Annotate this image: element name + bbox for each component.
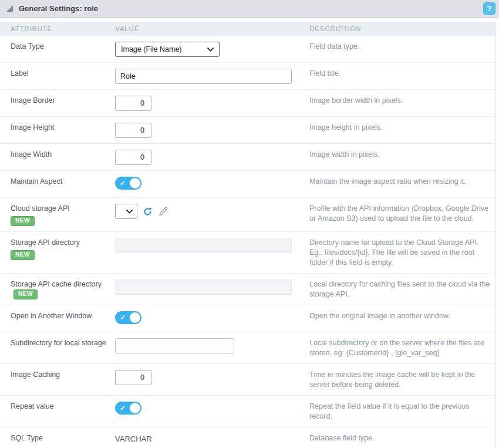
attribute-cell: Cloud storage APINEW [0, 204, 115, 226]
image-border-input[interactable] [115, 96, 151, 111]
row-maintain-aspect: Maintain Aspect ✓ Maintain the image asp… [0, 171, 495, 198]
column-header-row: ATTRIBUTE VALUE DESCRIPTION [0, 22, 495, 36]
attribute-cell: SQL Type [0, 433, 115, 444]
row-open-in-another-window: Open in Another Window ✓ Open the origin… [0, 305, 495, 332]
column-header-attribute: ATTRIBUTE [0, 25, 115, 32]
maintain-aspect-toggle[interactable]: ✓ [115, 177, 141, 190]
attribute-label: Image Caching [11, 370, 60, 379]
row-image-height: Image Height Image height in pixels. [0, 117, 495, 144]
description-cell: Image height in pixels. [309, 123, 495, 138]
attribute-label: Cloud storage API [11, 204, 70, 213]
attribute-cell: Label [0, 69, 115, 84]
attribute-cell: Storage API cache directoryNEW [0, 279, 115, 299]
attribute-cell: Subdirectory for local storage [0, 338, 115, 358]
attribute-cell: Image Width [0, 150, 115, 165]
attribute-label: Image Border [11, 96, 55, 105]
value-cell: ✓ [115, 311, 309, 326]
row-subdirectory-for-local-storage: Subdirectory for local storage Local sub… [0, 332, 495, 364]
column-header-value: VALUE [115, 25, 309, 32]
row-storage-api-directory: Storage API directoryNEW Directory name … [0, 232, 495, 274]
storage-api-cache-directory-input [115, 279, 292, 295]
data-type-select[interactable]: Image (File Name) [115, 42, 220, 57]
attribute-label: Repeat value [11, 402, 54, 410]
attribute-cell: Maintain Aspect [0, 177, 115, 192]
row-cloud-storage-api: Cloud storage APINEW [0, 198, 495, 232]
attribute-cell: Data Type [0, 42, 115, 57]
value-cell [115, 69, 309, 84]
description-cell: Time in minutes the image cache will be … [309, 370, 495, 390]
chevron-down-icon [207, 48, 214, 52]
value-cell [115, 238, 309, 268]
description-cell: Repeat the field value if it is equal to… [309, 402, 495, 422]
attribute-label: Open in Another Window [11, 312, 92, 320]
check-icon: ✓ [120, 404, 126, 412]
description-cell: Directory name for upload to the Cloud S… [309, 238, 495, 268]
check-icon: ✓ [120, 314, 126, 322]
check-icon: ✓ [120, 179, 126, 187]
label-input[interactable] [115, 69, 292, 84]
row-image-border: Image Border Image border width in pixel… [0, 90, 495, 117]
value-cell [115, 279, 309, 299]
description-cell: Open the original image in another windo… [309, 311, 495, 326]
value-cell [115, 370, 309, 390]
storage-api-directory-input [115, 238, 292, 253]
panel-title: General Settings: role [19, 4, 98, 13]
image-width-input[interactable] [115, 150, 151, 165]
description-cell: Profile with the API information (Dropbo… [309, 204, 495, 226]
row-image-width: Image Width Image width in pixels. [0, 144, 495, 171]
settings-table: ATTRIBUTE VALUE DESCRIPTION Data Type Im… [0, 22, 496, 448]
attribute-label: Storage API cache directory [11, 280, 102, 288]
value-cell: VARCHAR [115, 433, 309, 444]
image-caching-input[interactable] [115, 370, 151, 385]
row-data-type: Data Type Image (File Name) Field data t… [0, 36, 495, 63]
row-image-caching: Image Caching Time in minutes the image … [0, 364, 495, 396]
subdirectory-for-local-storage-input[interactable] [115, 338, 234, 353]
attribute-label: Label [11, 69, 29, 78]
new-badge: NEW [11, 216, 35, 226]
attribute-cell: Storage API directoryNEW [0, 238, 115, 268]
repeat-value-toggle[interactable]: ✓ [115, 402, 141, 415]
attribute-cell: Image Height [0, 123, 115, 138]
row-repeat-value: Repeat value ✓ Repeat the field value if… [0, 396, 495, 427]
description-cell: Local directory for caching files sent t… [309, 279, 495, 299]
data-type-selected-value: Image (File Name) [121, 45, 182, 53]
column-header-description: DESCRIPTION [309, 25, 495, 32]
attribute-cell: Repeat value [0, 402, 115, 422]
collapse-triangle-icon[interactable] [6, 5, 14, 12]
attribute-label: SQL Type [11, 434, 43, 442]
refresh-icon[interactable] [143, 207, 153, 217]
row-storage-api-cache-directory: Storage API cache directoryNEW Local dir… [0, 274, 495, 305]
value-cell: Image (File Name) [115, 42, 309, 57]
description-cell: Local subdirectory or on the server wher… [309, 338, 495, 358]
row-label: Label Field title. [0, 63, 495, 90]
attribute-label: Storage API directory [11, 238, 80, 247]
attribute-cell: Image Caching [0, 370, 115, 390]
help-button[interactable]: ? [483, 2, 495, 15]
settings-rows: Data Type Image (File Name) Field data t… [0, 36, 495, 448]
attribute-label: Subdirectory for local storage [11, 339, 106, 347]
value-cell: ✓ [115, 402, 309, 422]
attribute-label: Data Type [11, 42, 44, 50]
description-cell: Field title. [309, 69, 495, 84]
attribute-cell: Image Border [0, 96, 115, 111]
new-badge: NEW [11, 250, 35, 260]
sql-type-value: VARCHAR [115, 434, 152, 443]
image-height-input[interactable] [115, 123, 151, 138]
toggle-knob [130, 403, 140, 413]
new-badge: NEW [14, 289, 38, 299]
row-sql-type: SQL Type VARCHAR Database field type. [0, 427, 495, 448]
value-cell [115, 338, 309, 358]
attribute-label: Maintain Aspect [11, 177, 62, 186]
toggle-knob [130, 178, 140, 188]
description-cell: Image width in pixels. [309, 150, 495, 165]
description-cell: Field data type. [309, 42, 495, 57]
cloud-storage-api-select[interactable] [115, 204, 137, 219]
attribute-label: Image Width [11, 150, 52, 159]
description-cell: Image border width in pixels. [309, 96, 495, 111]
toggle-knob [130, 312, 140, 323]
edit-pencil-icon[interactable] [158, 207, 168, 217]
attribute-label: Image Height [11, 123, 54, 132]
value-cell: ✓ [115, 177, 309, 192]
description-cell: Database field type. [309, 433, 495, 444]
open-in-another-window-toggle[interactable]: ✓ [115, 311, 141, 324]
